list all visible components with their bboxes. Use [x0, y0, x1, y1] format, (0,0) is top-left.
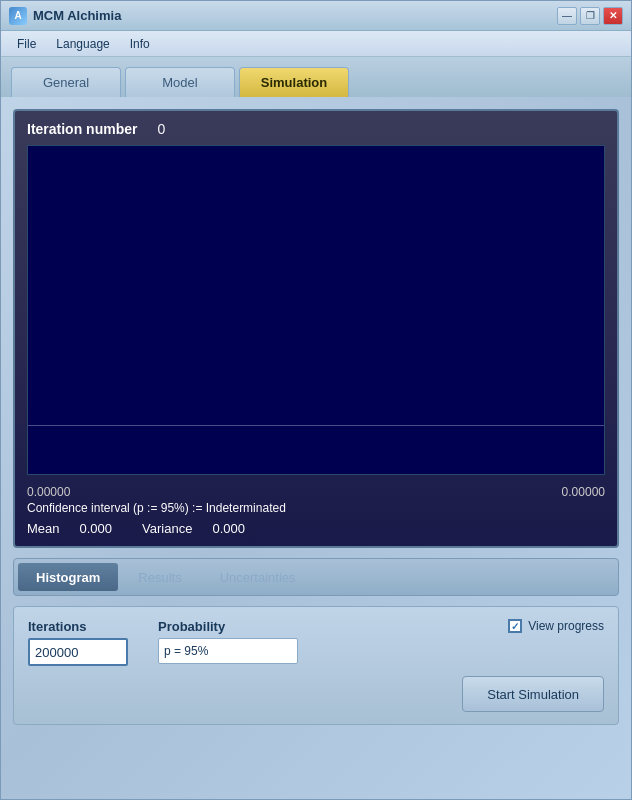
axis-line [28, 425, 604, 426]
restore-button[interactable]: ❐ [580, 7, 600, 25]
title-bar: A MCM Alchimia — ❐ ✕ [1, 1, 631, 31]
variance-value: 0.000 [212, 521, 245, 536]
controls-top-row: Iterations ▲ ▼ Probability ▼ [28, 619, 604, 666]
iterations-input[interactable] [30, 642, 128, 663]
probability-select-wrapper: ▼ [158, 638, 298, 664]
probability-select[interactable] [159, 640, 298, 662]
bottom-controls: Iterations ▲ ▼ Probability ▼ [13, 606, 619, 725]
main-window: A MCM Alchimia — ❐ ✕ File Language Info … [0, 0, 632, 800]
probability-group: Probability ▼ [158, 619, 298, 664]
start-simulation-button[interactable]: Start Simulation [462, 676, 604, 712]
view-progress-label: View progress [528, 619, 604, 633]
menu-file[interactable]: File [7, 34, 46, 54]
tab-general[interactable]: General [11, 67, 121, 97]
tab-bar: General Model Simulation [1, 57, 631, 97]
view-progress-control: ✓ View progress [508, 619, 604, 633]
iteration-value: 0 [157, 121, 165, 137]
sub-tab-bar: Histogram Results Uncertainties [13, 558, 619, 596]
sub-tab-results[interactable]: Results [120, 563, 199, 591]
stats-row: Mean 0.000 Variance 0.000 [27, 521, 605, 536]
main-content: Iteration number 0 0.00000 0.00000 Confi… [1, 97, 631, 799]
tab-simulation[interactable]: Simulation [239, 67, 349, 97]
chart-area [27, 145, 605, 475]
window-title: MCM Alchimia [33, 8, 557, 23]
mean-label: Mean [27, 521, 60, 536]
axis-left-label: 0.00000 [27, 485, 70, 499]
chart-labels: 0.00000 0.00000 [27, 483, 605, 501]
view-progress-checkbox[interactable]: ✓ [508, 619, 522, 633]
axis-right-label: 0.00000 [562, 485, 605, 499]
mean-value: 0.000 [80, 521, 113, 536]
sub-tab-histogram[interactable]: Histogram [18, 563, 118, 591]
iterations-group: Iterations ▲ ▼ [28, 619, 128, 666]
sub-tab-uncertainties[interactable]: Uncertainties [202, 563, 314, 591]
minimize-button[interactable]: — [557, 7, 577, 25]
menu-language[interactable]: Language [46, 34, 119, 54]
iterations-label: Iterations [28, 619, 128, 634]
app-icon: A [9, 7, 27, 25]
menu-bar: File Language Info [1, 31, 631, 57]
variance-label: Variance [142, 521, 192, 536]
chart-header: Iteration number 0 [27, 121, 605, 137]
window-controls: — ❐ ✕ [557, 7, 623, 25]
iteration-label: Iteration number [27, 121, 137, 137]
controls-bottom-row: Start Simulation [28, 676, 604, 712]
iterations-input-wrapper: ▲ ▼ [28, 638, 128, 666]
tab-model[interactable]: Model [125, 67, 235, 97]
checkbox-check-icon: ✓ [511, 621, 519, 632]
close-button[interactable]: ✕ [603, 7, 623, 25]
view-progress-group: ✓ View progress [508, 619, 604, 633]
probability-label: Probability [158, 619, 298, 634]
menu-info[interactable]: Info [120, 34, 160, 54]
confidence-interval-text: Confidence interval (p := 95%) := Indete… [27, 501, 605, 515]
chart-panel: Iteration number 0 0.00000 0.00000 Confi… [13, 109, 619, 548]
